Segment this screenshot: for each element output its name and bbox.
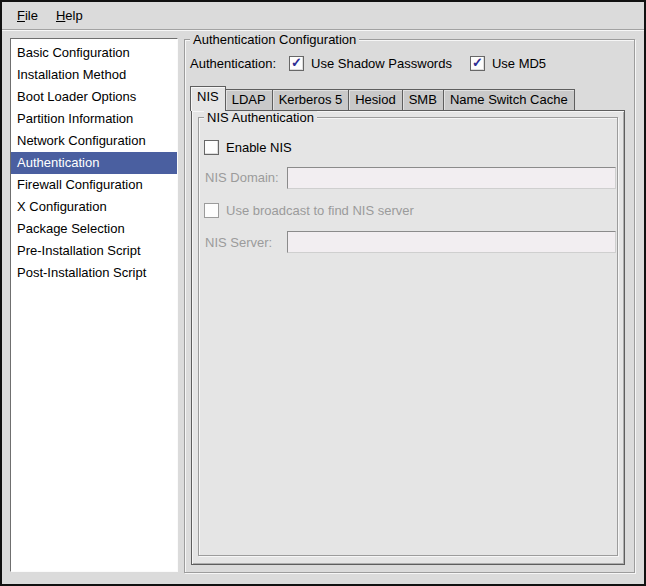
- tab-smb[interactable]: SMB: [402, 89, 444, 111]
- menubar: FileHelp: [2, 2, 644, 30]
- sidebar-item-installation-method[interactable]: Installation Method: [11, 64, 177, 86]
- menu-file[interactable]: File: [8, 6, 47, 25]
- checkbox-box: ✓: [204, 140, 219, 155]
- check-icon: ✓: [472, 56, 483, 69]
- sidebar-item-package-selection[interactable]: Package Selection: [11, 218, 177, 240]
- checkbox-box: ✓: [289, 56, 304, 71]
- sidebar-item-partition-information[interactable]: Partition Information: [11, 108, 177, 130]
- checkbox-box: ✓: [470, 56, 485, 71]
- sidebar-item-firewall-configuration[interactable]: Firewall Configuration: [11, 174, 177, 196]
- authentication-label: Authentication:: [190, 56, 276, 71]
- auth-config-frame: Authentication Configuration Authenticat…: [184, 39, 635, 573]
- use-md5-checkbox[interactable]: ✓ Use MD5: [470, 56, 546, 71]
- checkbox-box: ✓: [204, 203, 219, 218]
- sidebar-item-x-configuration[interactable]: X Configuration: [11, 196, 177, 218]
- sidebar-item-network-configuration[interactable]: Network Configuration: [11, 130, 177, 152]
- check-icon: ✓: [291, 56, 302, 69]
- authentication-row: Authentication: ✓ Use Shadow Passwords ✓…: [190, 54, 564, 72]
- nis-server-input[interactable]: [287, 231, 616, 253]
- nis-server-label: NIS Server:: [205, 235, 272, 250]
- sidebar-item-authentication[interactable]: Authentication: [11, 152, 177, 174]
- use-shadow-passwords-checkbox[interactable]: ✓ Use Shadow Passwords: [289, 56, 452, 71]
- sidebar-item-basic-configuration[interactable]: Basic Configuration: [11, 42, 177, 64]
- tab-bar: NISLDAPKerberos 5HesiodSMBName Switch Ca…: [190, 86, 575, 111]
- sidebar-item-boot-loader-options[interactable]: Boot Loader Options: [11, 86, 177, 108]
- nis-domain-input[interactable]: [287, 167, 616, 189]
- tab-hesiod[interactable]: Hesiod: [348, 89, 402, 111]
- enable-nis-checkbox[interactable]: ✓ Enable NIS: [204, 140, 292, 155]
- nis-domain-label: NIS Domain:: [205, 170, 279, 185]
- nis-auth-frame-title: NIS Authentication: [204, 110, 317, 125]
- tab-kerberos-5[interactable]: Kerberos 5: [272, 89, 350, 111]
- nis-auth-frame: NIS Authentication ✓ Enable NIS NIS Doma…: [198, 117, 618, 556]
- auth-config-frame-title: Authentication Configuration: [190, 32, 359, 47]
- tab-name-switch-cache[interactable]: Name Switch Cache: [443, 89, 575, 111]
- app-window: FileHelp Basic ConfigurationInstallation…: [0, 0, 646, 586]
- notebook-panel: NIS Authentication ✓ Enable NIS NIS Doma…: [191, 110, 625, 565]
- sidebar-item-post-installation-script[interactable]: Post-Installation Script: [11, 262, 177, 284]
- menu-help[interactable]: Help: [47, 6, 92, 25]
- use-broadcast-checkbox[interactable]: ✓ Use broadcast to find NIS server: [204, 203, 414, 218]
- sidebar-item-pre-installation-script[interactable]: Pre-Installation Script: [11, 240, 177, 262]
- sidebar-list: Basic ConfigurationInstallation MethodBo…: [10, 38, 178, 572]
- tab-nis[interactable]: NIS: [190, 86, 226, 111]
- tab-ldap[interactable]: LDAP: [225, 89, 273, 111]
